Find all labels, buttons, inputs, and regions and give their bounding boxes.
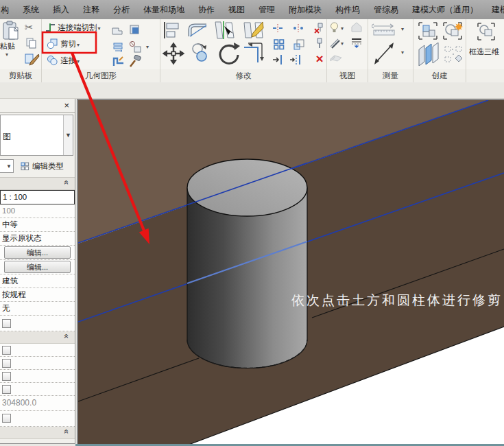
- split-element-icon[interactable]: [243, 21, 265, 40]
- create-group-icon[interactable]: [418, 21, 438, 40]
- underlay-icon[interactable]: [350, 37, 362, 49]
- tab-manage[interactable]: 管理: [259, 4, 275, 16]
- rotate-icon[interactable]: [217, 42, 240, 65]
- cut-profile-icon[interactable]: [128, 23, 141, 36]
- prop-analysis-display[interactable]: 无: [0, 302, 75, 316]
- options-bar: [0, 83, 504, 99]
- lighting-icon[interactable]: [329, 22, 341, 34]
- panel-modify: × 修改: [160, 19, 327, 82]
- thin-lines-dropdown-icon[interactable]: ▾: [341, 40, 344, 47]
- scale-icon[interactable]: [293, 38, 305, 51]
- join-end-cut-button[interactable]: 连接端切割: [45, 21, 101, 34]
- beam-cope-icon[interactable]: [111, 25, 123, 37]
- tab-system[interactable]: 系统: [23, 4, 39, 16]
- offset-icon[interactable]: [243, 42, 265, 64]
- panel-geometry: 连接端切割 剪切 连接: [42, 19, 160, 82]
- panel-label-select3d: [466, 69, 504, 82]
- cut-scissors-icon[interactable]: ✂: [25, 21, 34, 34]
- sun-path-checkbox[interactable]: [2, 319, 11, 328]
- edit-graphics-button[interactable]: 编辑...: [4, 261, 71, 273]
- box-select-3d-icon[interactable]: [477, 22, 496, 41]
- box-select-3d-label[interactable]: 框选三维: [469, 47, 499, 57]
- prop-discipline[interactable]: 建筑: [0, 274, 75, 288]
- tab-view[interactable]: 视图: [228, 4, 245, 16]
- collapse-icon: »: [62, 182, 71, 185]
- match-properties-brush-icon[interactable]: [25, 53, 40, 67]
- tab-component-dock[interactable]: 构件坞: [335, 4, 360, 16]
- pin-icon[interactable]: [314, 37, 326, 49]
- mirror-icon[interactable]: [289, 54, 302, 66]
- tab-analyze[interactable]: 分析: [113, 4, 130, 16]
- tab-massing-site[interactable]: 体量和场地: [143, 4, 184, 16]
- paste-label[interactable]: 粘贴: [0, 41, 15, 51]
- measure-tape-icon[interactable]: [372, 22, 398, 37]
- wall-joins-icon[interactable]: [112, 56, 125, 68]
- section-header-graphics[interactable]: »: [0, 178, 75, 190]
- shadows-house-icon[interactable]: [350, 21, 362, 34]
- tab-insert[interactable]: 插入: [53, 4, 69, 16]
- tab-modeling[interactable]: 建模: [492, 4, 504, 16]
- tab-collaborate[interactable]: 协作: [198, 4, 215, 16]
- tab-modeling-master[interactable]: 建模大师（通用）: [412, 4, 478, 16]
- join-geometry-button[interactable]: 连接: [47, 54, 80, 67]
- crop-view-checkbox[interactable]: [2, 346, 11, 355]
- create-similar-icon[interactable]: [444, 45, 464, 64]
- cylinder-top-face[interactable]: [187, 159, 307, 216]
- paste-icon[interactable]: [2, 21, 20, 41]
- wall-sweep-icon[interactable]: [112, 41, 125, 54]
- paste-dropdown-icon[interactable]: ▾: [5, 51, 8, 58]
- lighting-dropdown-icon[interactable]: ▾: [341, 25, 344, 32]
- thin-lines-icon[interactable]: [329, 38, 341, 50]
- tab-addins[interactable]: 附加模块: [289, 4, 322, 16]
- remove-coping-icon[interactable]: [128, 40, 141, 53]
- prop-far-clip-offset[interactable]: 304800.0: [0, 396, 75, 411]
- panel-label-view: 视图: [327, 69, 368, 82]
- filter-dropdown-icon[interactable]: ▼: [0, 159, 14, 173]
- prop-view-scale[interactable]: 1 : 100: [0, 190, 75, 204]
- far-clip-checkbox[interactable]: [2, 385, 11, 394]
- edit-type-button[interactable]: 编辑类型: [18, 159, 67, 174]
- panel-create: 创建: [413, 19, 466, 82]
- cluster-dropdown-icon[interactable]: ▾: [146, 44, 149, 50]
- move-icon[interactable]: [163, 42, 184, 65]
- crop-region-checkbox[interactable]: [2, 359, 11, 368]
- split-dimension-icon[interactable]: [272, 23, 284, 36]
- properties-titlebar: ×: [0, 99, 75, 113]
- place-views-icon[interactable]: [416, 43, 441, 66]
- viewport-annotation-text: 依次点击土方和圆柱体进行修剪: [291, 292, 503, 307]
- tab-structure[interactable]: 构: [1, 4, 9, 16]
- prop-parts-visibility[interactable]: 显示原状态: [0, 232, 75, 246]
- demolish-hammer-icon[interactable]: [128, 55, 141, 67]
- align-justify-icon[interactable]: [272, 54, 284, 66]
- copy-element-icon[interactable]: [191, 42, 211, 64]
- annotation-crop-checkbox[interactable]: [2, 372, 11, 381]
- tab-mep-easy[interactable]: 管综易: [374, 4, 398, 16]
- trim-extend-icon[interactable]: [214, 21, 236, 40]
- cut-geometry-button[interactable]: 剪切: [47, 37, 80, 51]
- array-icon[interactable]: [273, 38, 285, 51]
- section-header-camera[interactable]: »: [0, 427, 75, 439]
- section-header-extents[interactable]: »: [0, 331, 75, 344]
- dimension-icon[interactable]: [372, 40, 397, 66]
- create-assembly-icon[interactable]: [442, 21, 463, 40]
- scene-3d: 依次点击土方和圆柱体进行修剪: [78, 100, 504, 446]
- isolate-icon[interactable]: [329, 54, 341, 66]
- prop-section-box: [0, 411, 75, 427]
- section-box-checkbox[interactable]: [2, 414, 11, 423]
- dimension-dropdown-icon[interactable]: ▾: [401, 49, 404, 56]
- cope-icon[interactable]: [188, 21, 208, 39]
- close-icon[interactable]: ×: [64, 100, 69, 111]
- delete-icon[interactable]: ×: [313, 52, 326, 66]
- viewport-3d[interactable]: 依次点击土方和圆柱体进行修剪: [77, 99, 504, 446]
- type-selector[interactable]: 图 ▼: [0, 115, 73, 156]
- prop-detail-level[interactable]: 中等: [0, 218, 75, 232]
- align-icon[interactable]: [162, 21, 181, 39]
- tab-annotate[interactable]: 注释: [83, 4, 99, 16]
- copy-icon[interactable]: [25, 37, 38, 49]
- unpin-icon[interactable]: [313, 22, 325, 34]
- type-selector-dropdown-icon[interactable]: ▼: [63, 115, 73, 155]
- dimension-origin-icon[interactable]: [292, 23, 304, 36]
- edit-visibility-button[interactable]: 编辑...: [4, 246, 71, 259]
- measure-dropdown-icon[interactable]: ▾: [401, 26, 404, 32]
- prop-show-hidden-lines[interactable]: 按规程: [0, 288, 75, 302]
